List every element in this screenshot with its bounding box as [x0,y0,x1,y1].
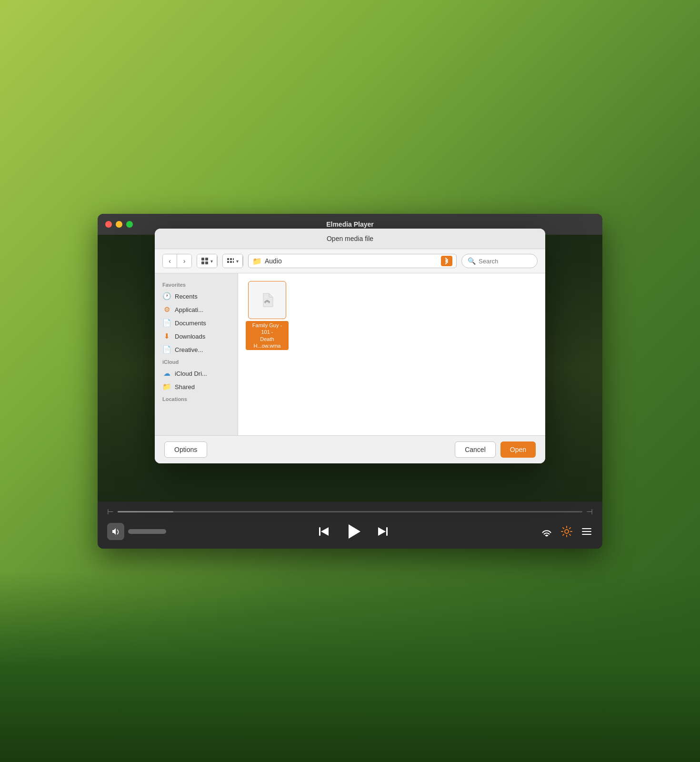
sidebar-item-creative-label: Creative... [175,346,203,353]
dialog-title-bar: Open media file [155,229,545,249]
forward-button[interactable]: › [177,254,191,268]
search-input[interactable] [479,258,526,265]
sidebar-item-documents[interactable]: 📄 Documents [155,316,238,330]
view-toggle-list: ▾ [222,254,243,268]
list-view-chevron: ▾ [236,259,239,264]
svg-point-7 [546,535,548,536]
creative-icon: 📄 [162,345,171,354]
svg-rect-16 [227,258,229,260]
progress-track[interactable] [118,511,582,512]
close-button[interactable] [105,221,112,228]
file-dialog: Open media file ‹ › ▾ [155,229,545,463]
progress-bar[interactable]: ⊢ ⊣ [107,507,593,516]
playback-controls [317,522,390,541]
previous-button[interactable] [317,525,330,538]
sidebar-item-creative[interactable]: 📄 Creative... [155,343,238,356]
sidebar-item-recents-label: Recents [175,293,198,300]
svg-rect-12 [201,258,204,261]
cancel-button[interactable]: Cancel [455,441,496,458]
back-button[interactable]: ‹ [163,254,177,268]
progress-start: ⊢ [107,507,114,516]
sidebar-item-downloads[interactable]: ⬇ Downloads [155,330,238,343]
documents-icon: 📄 [162,319,171,327]
svg-rect-18 [227,261,229,263]
svg-marker-3 [321,527,329,536]
controls-bar: ⊢ ⊣ [98,501,602,549]
location-chevron[interactable] [441,256,452,266]
grid-view-button[interactable]: ▾ [197,254,217,268]
playlist-button[interactable] [580,525,593,538]
svg-point-8 [565,530,569,533]
maximize-button[interactable] [126,221,133,228]
dialog-footer: Options Cancel Open [155,435,545,463]
file-item[interactable]: Family Guy - 101 - Death H...ow.wma [246,281,289,350]
search-icon: 🔍 [468,257,476,265]
svg-rect-15 [205,261,208,264]
progress-fill [118,511,173,512]
view-toggle-icon: ▾ [197,254,218,268]
sidebar-item-applications[interactable]: ⚙ Applicati... [155,303,238,316]
next-button[interactable] [376,525,390,538]
list-view-button[interactable]: ▾ [223,254,243,268]
svg-rect-14 [201,261,204,264]
location-bar[interactable]: 📁 Audio [248,254,457,268]
nav-buttons: ‹ › [162,254,192,268]
sidebar-item-icloud-label: iCloud Dri... [175,370,207,377]
sidebar-item-icloud[interactable]: ☁ iCloud Dri... [155,367,238,380]
volume-control [107,523,166,540]
search-bar[interactable]: 🔍 [461,254,538,268]
window-title: Elmedia Player [326,221,374,228]
grid-view-chevron: ▾ [210,259,213,264]
settings-button[interactable] [560,525,573,538]
dialog-content: Favorites 🕐 Recents ⚙ Applicati... 📄 Doc… [155,273,545,435]
volume-button[interactable] [107,523,124,540]
sidebar-item-documents-label: Documents [175,320,206,327]
svg-rect-13 [205,258,208,261]
sidebar-item-shared[interactable]: 📁 Shared [155,380,238,393]
downloads-icon: ⬇ [162,332,171,341]
icloud-icon: ☁ [162,369,171,378]
dialog-title: Open media file [327,235,373,242]
file-thumbnail [248,281,286,319]
location-text: Audio [265,257,438,265]
controls-row [107,522,593,541]
dialog-toolbar: ‹ › ▾ [155,249,545,273]
svg-marker-4 [349,524,360,539]
svg-rect-21 [233,261,234,263]
window-controls [105,221,133,228]
airplay-button[interactable] [540,525,553,538]
file-name-line1: Family Guy - 101 - [252,322,282,335]
svg-rect-5 [386,527,388,536]
options-button[interactable]: Options [164,441,207,458]
recents-icon: 🕐 [162,292,171,301]
locations-label: Locations [155,393,238,404]
shared-icon: 📁 [162,382,171,391]
svg-rect-20 [233,258,234,260]
right-controls [540,525,593,538]
sidebar-item-applications-label: Applicati... [175,306,203,313]
progress-end: ⊣ [586,507,593,516]
sidebar-item-downloads-label: Downloads [175,333,205,340]
svg-marker-6 [378,527,386,536]
footer-right: Cancel Open [455,441,536,458]
play-button[interactable] [344,522,363,541]
svg-rect-19 [230,261,232,263]
file-area: Family Guy - 101 - Death H...ow.wma [238,273,545,435]
minimize-button[interactable] [116,221,122,228]
svg-rect-17 [230,258,232,260]
icloud-label: iCloud [155,356,238,367]
favorites-label: Favorites [155,279,238,290]
svg-rect-2 [319,527,320,536]
volume-slider[interactable] [128,529,166,534]
file-name-line2: Death H...ow.wma [254,336,281,349]
sidebar: Favorites 🕐 Recents ⚙ Applicati... 📄 Doc… [155,273,238,435]
folder-icon: 📁 [252,257,262,266]
open-button[interactable]: Open [500,441,536,458]
applications-icon: ⚙ [162,305,171,314]
file-label: Family Guy - 101 - Death H...ow.wma [246,321,289,350]
sidebar-item-recents[interactable]: 🕐 Recents [155,290,238,303]
sidebar-item-shared-label: Shared [175,383,195,391]
